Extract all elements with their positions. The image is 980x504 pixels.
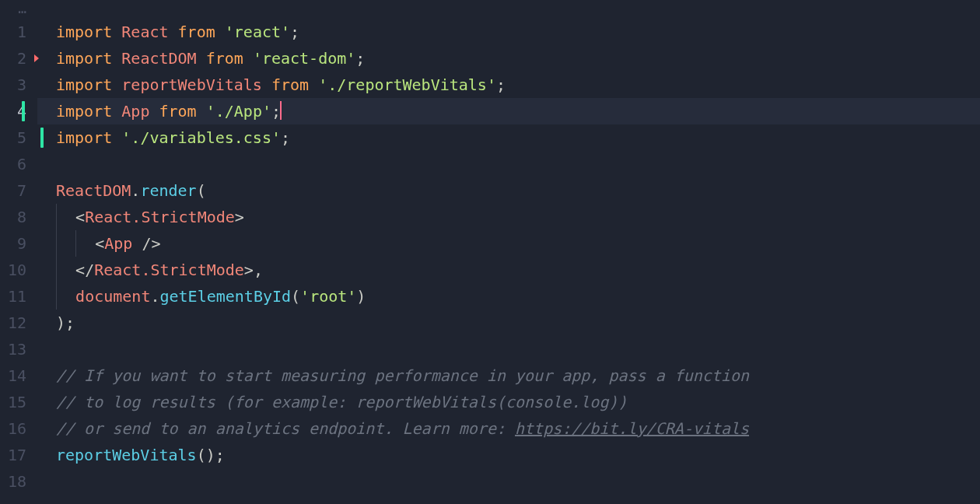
line-number: 9 <box>0 230 37 257</box>
line-number: 2 <box>0 45 37 72</box>
code-token: reportWebVitals <box>121 75 262 94</box>
code-token: ; <box>290 23 299 41</box>
line-number: 13 <box>0 336 37 362</box>
code-token: ) <box>356 287 366 306</box>
code-token: React.StrictMode <box>85 208 235 226</box>
line-number-gutter: … 123456789101112131415161718 <box>0 0 37 504</box>
code-line[interactable]: import reportWebVitals from './reportWeb… <box>56 72 980 98</box>
code-line[interactable] <box>56 468 980 495</box>
code-token: import <box>56 102 121 121</box>
code-line[interactable]: </React.StrictMode>, <box>56 257 980 283</box>
code-token: import <box>56 23 121 41</box>
code-line[interactable]: import './variables.css'; <box>56 124 980 151</box>
code-line[interactable]: // If you want to start measuring perfor… <box>56 362 980 389</box>
code-token: import <box>56 49 121 68</box>
code-token: , <box>254 261 263 279</box>
code-token: > <box>235 208 244 226</box>
code-token: React <box>121 23 168 41</box>
code-editor[interactable]: … 123456789101112131415161718 import Rea… <box>0 0 980 504</box>
code-token: </ <box>75 261 94 279</box>
code-token: React.StrictMode <box>94 261 244 279</box>
code-top-spacer <box>56 0 980 19</box>
code-token: (); <box>197 446 225 464</box>
code-line[interactable]: import App from './App'; <box>37 98 980 124</box>
code-token: // If you want to start measuring perfor… <box>56 366 749 385</box>
code-line[interactable]: ReactDOM.render( <box>56 177 980 204</box>
code-token: from <box>197 49 253 68</box>
line-number: 7 <box>0 177 37 204</box>
code-token: ); <box>56 313 75 332</box>
line-number: 10 <box>0 257 37 283</box>
code-token: ( <box>197 181 206 200</box>
code-token: from <box>149 102 205 121</box>
line-number: 16 <box>0 415 37 442</box>
code-token: reportWebVitals <box>56 446 197 464</box>
line-number: 8 <box>0 204 37 230</box>
code-token: < <box>75 208 85 226</box>
code-token: . <box>131 181 140 200</box>
code-token: from <box>169 23 225 41</box>
line-number: 12 <box>0 310 37 336</box>
line-number: 17 <box>0 442 37 468</box>
code-token: './App' <box>206 102 271 121</box>
line-number: 5 <box>0 124 37 151</box>
code-token: render <box>140 181 196 200</box>
code-token: // or send to an analytics endpoint. Lea… <box>56 419 515 438</box>
line-number: 18 <box>0 468 37 495</box>
code-token: './reportWebVitals' <box>318 75 496 94</box>
code-token: < <box>95 234 104 253</box>
code-token <box>56 204 75 230</box>
code-token: getElementById <box>159 287 291 306</box>
code-token: import <box>56 128 121 147</box>
code-token: ReactDOM <box>56 181 131 200</box>
code-token: ; <box>496 75 506 94</box>
code-token: > <box>244 261 254 279</box>
code-token: /> <box>132 234 160 253</box>
code-token: ReactDOM <box>121 49 196 68</box>
diff-added-marker <box>40 128 44 148</box>
code-token: import <box>56 75 121 94</box>
code-line[interactable]: reportWebVitals(); <box>56 442 980 468</box>
code-token: App <box>121 102 149 121</box>
line-number: 14 <box>0 362 37 389</box>
code-token: . <box>150 287 159 306</box>
code-token: https://bit.ly/CRA-vitals <box>515 419 749 438</box>
code-token: ( <box>291 287 300 306</box>
code-line[interactable]: // to log results (for example: reportWe… <box>56 389 980 415</box>
line-number: 1 <box>0 19 37 45</box>
code-line[interactable]: document.getElementById('root') <box>56 283 980 310</box>
code-line[interactable] <box>56 151 980 177</box>
code-token <box>56 257 75 283</box>
code-token: from <box>262 75 318 94</box>
line-number: 4 <box>0 98 37 124</box>
text-cursor <box>280 101 282 120</box>
code-line[interactable]: <React.StrictMode> <box>56 204 980 230</box>
code-token <box>56 230 75 257</box>
code-token: 'react-dom' <box>253 49 355 68</box>
code-token: // to log results (for example: reportWe… <box>56 393 628 411</box>
code-line[interactable]: // or send to an analytics endpoint. Lea… <box>56 415 980 442</box>
code-token <box>56 283 75 310</box>
line-number: 15 <box>0 389 37 415</box>
code-token: ; <box>355 49 365 68</box>
line-number: 6 <box>0 151 37 177</box>
code-token: App <box>104 234 132 253</box>
code-token: './variables.css' <box>121 128 281 147</box>
code-token: 'react' <box>225 23 290 41</box>
code-line[interactable]: <App /> <box>56 230 980 257</box>
code-token: ; <box>281 128 290 147</box>
code-token: document <box>75 287 150 306</box>
line-number: 11 <box>0 283 37 310</box>
code-area[interactable]: import React from 'react';import ReactDO… <box>37 0 980 504</box>
code-line[interactable]: import ReactDOM from 'react-dom'; <box>56 45 980 72</box>
diff-added-marker <box>22 101 25 121</box>
code-line[interactable]: ); <box>56 310 980 336</box>
gutter-ellipsis: … <box>0 0 37 19</box>
line-number: 3 <box>0 72 37 98</box>
code-token: 'root' <box>300 287 356 306</box>
code-token <box>75 230 95 257</box>
code-line[interactable]: import React from 'react'; <box>56 19 980 45</box>
code-line[interactable] <box>56 336 980 362</box>
